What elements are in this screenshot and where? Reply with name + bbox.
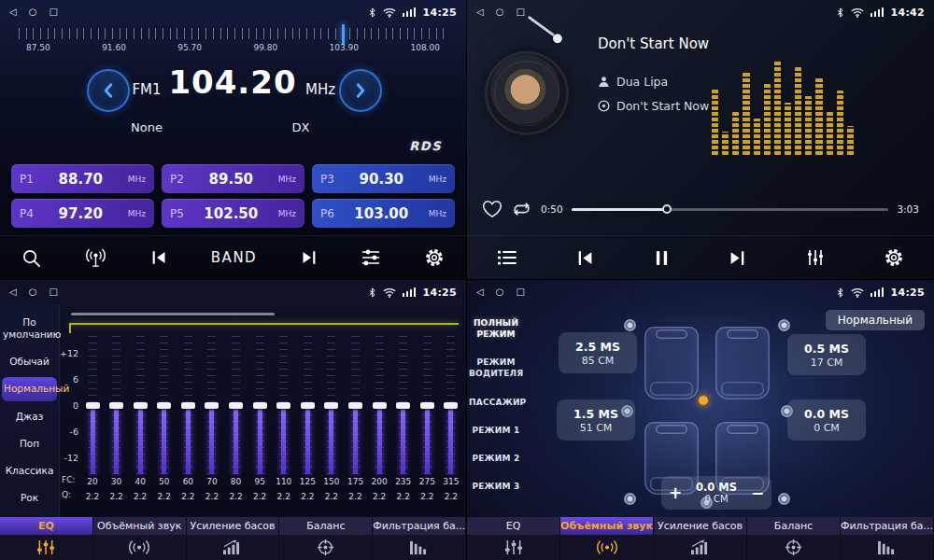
playlist-icon[interactable] bbox=[497, 249, 517, 266]
eq-band-slider[interactable] bbox=[157, 336, 172, 474]
eq-band-slider[interactable] bbox=[133, 336, 148, 474]
eq-band-column: 3152.2 bbox=[440, 336, 462, 517]
eq-band-handle[interactable] bbox=[276, 402, 290, 409]
eq-band-slider[interactable] bbox=[180, 336, 195, 474]
eq-band-handle[interactable] bbox=[86, 402, 100, 409]
band-button[interactable]: BAND bbox=[211, 249, 257, 266]
tab-filter[interactable]: Фильтрация ба... bbox=[841, 517, 934, 560]
eq-band-slider[interactable] bbox=[300, 336, 315, 474]
tab-bass-boost[interactable]: Усиление басов bbox=[654, 517, 747, 560]
preset-button-p1[interactable]: P188.70MHz bbox=[11, 164, 154, 193]
delay-minus-button[interactable]: − bbox=[743, 483, 771, 502]
eq-band-handle[interactable] bbox=[109, 402, 123, 409]
tab-surround-sound[interactable]: Объёмный звук bbox=[560, 517, 654, 560]
eq-band-slider[interactable] bbox=[229, 336, 244, 474]
recents-icon[interactable]: □ bbox=[516, 7, 524, 17]
progress-bar[interactable] bbox=[572, 208, 889, 211]
eq-band-slider[interactable] bbox=[348, 336, 363, 474]
eq-band-slider[interactable] bbox=[396, 336, 411, 474]
eq-band-slider[interactable] bbox=[324, 336, 339, 474]
eq-band-slider[interactable] bbox=[252, 336, 267, 474]
surround-mode-item[interactable]: РЕЖИМ 2 bbox=[467, 444, 525, 472]
recents-icon[interactable]: □ bbox=[49, 7, 57, 17]
tab-eq[interactable]: EQ bbox=[467, 517, 560, 560]
eq-band-slider[interactable] bbox=[205, 336, 219, 474]
eq-preset-item[interactable]: Поп bbox=[0, 430, 59, 457]
eq-band-handle[interactable] bbox=[348, 402, 362, 409]
eq-band-slider[interactable] bbox=[109, 336, 124, 474]
eq-band-handle[interactable] bbox=[253, 402, 267, 409]
eq-preset-item[interactable]: Классика bbox=[0, 457, 59, 484]
eq-band-handle[interactable] bbox=[396, 402, 410, 409]
eq-band-handle[interactable] bbox=[134, 402, 148, 409]
surround-mode-item[interactable]: ПОЛНЫЙ РЕЖИМ bbox=[467, 309, 525, 348]
eq-band-handle[interactable] bbox=[444, 402, 458, 409]
previous-track-icon[interactable] bbox=[576, 250, 595, 266]
eq-band-handle[interactable] bbox=[181, 402, 195, 409]
eq-band-slider[interactable] bbox=[372, 336, 387, 474]
tab-balance[interactable]: Баланс bbox=[747, 517, 841, 560]
delay-plus-button[interactable]: + bbox=[661, 483, 689, 502]
eq-band-handle[interactable] bbox=[420, 402, 434, 409]
eq-preset-item[interactable]: Джаз bbox=[0, 403, 59, 430]
eq-band-handle[interactable] bbox=[205, 402, 219, 409]
settings-gear-icon[interactable] bbox=[424, 247, 445, 268]
home-icon[interactable]: ○ bbox=[29, 7, 37, 17]
eq-preset-item[interactable]: По умолчанию bbox=[0, 309, 59, 348]
eq-preset-item[interactable]: Нормальный bbox=[2, 377, 57, 400]
equalizer-sliders-icon[interactable] bbox=[806, 248, 825, 267]
eq-preset-item[interactable]: Обычай bbox=[0, 348, 59, 375]
eq-band-handle[interactable] bbox=[301, 402, 315, 409]
favorite-icon[interactable] bbox=[482, 200, 502, 218]
tune-up-button[interactable] bbox=[339, 69, 382, 112]
listening-position-dot[interactable] bbox=[699, 396, 708, 405]
next-icon[interactable] bbox=[300, 250, 318, 265]
tab-surround-sound[interactable]: Объёмный звук bbox=[93, 517, 187, 560]
preset-button-p3[interactable]: P390.30MHz bbox=[312, 164, 455, 193]
preset-button-p5[interactable]: P5102.50MHz bbox=[162, 199, 304, 228]
pause-icon[interactable] bbox=[655, 250, 669, 266]
eq-preset-item[interactable]: Рок bbox=[0, 484, 59, 511]
recents-icon[interactable]: □ bbox=[516, 287, 524, 297]
eq-band-slider[interactable] bbox=[419, 336, 434, 474]
tab-balance[interactable]: Баланс bbox=[279, 517, 373, 560]
tab-eq[interactable]: EQ bbox=[0, 517, 93, 560]
home-icon[interactable]: ○ bbox=[29, 287, 37, 297]
home-icon[interactable]: ○ bbox=[496, 287, 504, 297]
tab-bass-boost[interactable]: Усиление басов bbox=[187, 517, 280, 560]
progress-knob[interactable] bbox=[662, 204, 672, 214]
progress-row: 0:50 3:03 bbox=[467, 196, 934, 222]
back-icon[interactable]: ◁ bbox=[9, 287, 17, 297]
sound-profile-button[interactable]: Нормальный bbox=[826, 310, 925, 330]
surround-mode-item[interactable]: РЕЖИМ ВОДИТЕЛЯ bbox=[467, 348, 525, 387]
radio-broadcast-icon[interactable] bbox=[84, 248, 107, 268]
eq-band-handle[interactable] bbox=[373, 402, 387, 409]
bands-scrollbar[interactable] bbox=[71, 313, 275, 315]
back-icon[interactable]: ◁ bbox=[476, 287, 484, 297]
eq-band-slider[interactable] bbox=[444, 336, 459, 474]
band-frequency: 80 bbox=[225, 474, 248, 489]
recents-icon[interactable]: □ bbox=[49, 287, 57, 297]
eq-band-slider[interactable] bbox=[85, 336, 100, 474]
eq-band-handle[interactable] bbox=[157, 402, 171, 409]
surround-mode-item[interactable]: РЕЖИМ 1 bbox=[467, 416, 525, 444]
surround-mode-item[interactable]: РЕЖИМ 3 bbox=[467, 472, 525, 500]
repeat-icon[interactable] bbox=[511, 201, 532, 217]
back-icon[interactable]: ◁ bbox=[476, 7, 484, 17]
tab-filter[interactable]: Фильтрация ба... bbox=[373, 517, 466, 560]
search-icon[interactable] bbox=[21, 248, 41, 268]
eq-band-slider[interactable] bbox=[276, 336, 291, 474]
next-track-icon[interactable] bbox=[728, 250, 746, 266]
eq-band-handle[interactable] bbox=[324, 402, 338, 409]
settings-gear-icon[interactable] bbox=[884, 247, 904, 268]
previous-icon[interactable] bbox=[150, 250, 168, 265]
eq-band-handle[interactable] bbox=[229, 402, 243, 409]
back-icon[interactable]: ◁ bbox=[9, 7, 17, 17]
frequency-scale-ticks[interactable] bbox=[19, 28, 447, 39]
audio-mixer-icon[interactable] bbox=[361, 248, 381, 267]
surround-mode-item[interactable]: ПАССАЖИР bbox=[467, 388, 525, 416]
preset-button-p2[interactable]: P289.50MHz bbox=[162, 164, 304, 193]
home-icon[interactable]: ○ bbox=[496, 7, 504, 17]
preset-button-p4[interactable]: P497.20MHz bbox=[11, 199, 154, 228]
preset-button-p6[interactable]: P6103.00MHz bbox=[312, 199, 455, 228]
